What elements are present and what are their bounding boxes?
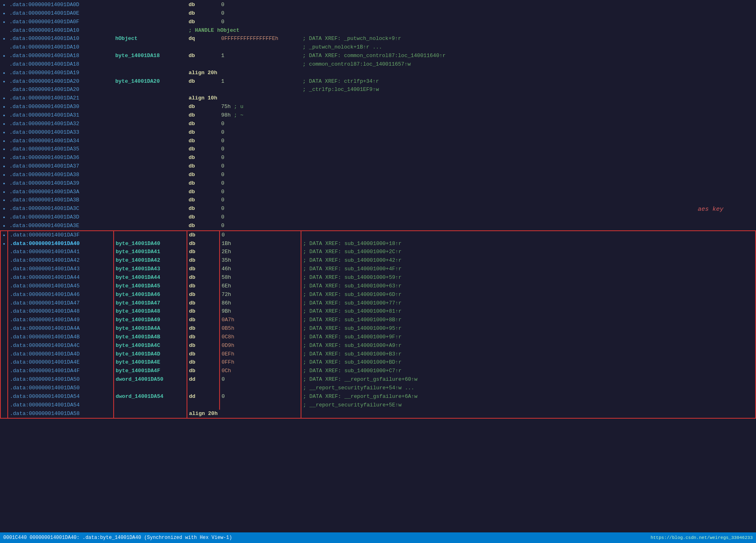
label-cell: hObject — [114, 35, 187, 43]
comment-cell — [301, 9, 756, 18]
mnemonic-cell: db — [187, 350, 220, 359]
label-cell — [114, 162, 187, 171]
mnemonic-cell: db — [187, 324, 220, 333]
mnemonic-cell — [187, 60, 220, 69]
mnemonic-cell: db — [187, 1, 220, 9]
label-cell — [114, 222, 187, 231]
label-cell: byte_14001DA20 — [114, 77, 187, 86]
label-cell: byte_14001DA47 — [114, 299, 187, 308]
address-cell: .data:000000014001DA33 — [8, 128, 114, 137]
breakpoint-dot: ● — [0, 120, 8, 128]
operand-cell: 0C8h — [220, 333, 301, 342]
comment-cell: ; DATA XREF: sub_140001000+9F↑r — [301, 333, 756, 342]
table-row: .data:000000014001DA58align 20h — [0, 410, 756, 419]
breakpoint-dot: ● — [0, 18, 8, 26]
table-row: .data:000000014001DA4Dbyte_14001DA4Ddb0E… — [0, 350, 756, 359]
address-cell: .data:000000014001DA48 — [8, 307, 114, 316]
disassembly-area[interactable]: ●.data:000000014001DA0Ddb0●.data:0000000… — [0, 0, 756, 532]
breakpoint-dot: ● — [0, 9, 8, 18]
mnemonic-cell: db — [187, 307, 220, 316]
operand-cell: 1 — [220, 52, 301, 60]
label-cell — [114, 171, 187, 179]
operand-cell: 0B5h — [220, 324, 301, 333]
mnemonic-cell — [187, 43, 220, 52]
operand-cell: 86h — [220, 299, 301, 308]
comment-cell: ; DATA XREF: common_control87:loc_140011… — [301, 52, 756, 60]
operand-cell: 0 — [220, 171, 301, 179]
label-cell: byte_14001DA41 — [114, 248, 187, 256]
operand-cell: 0 — [220, 154, 301, 162]
breakpoint-dot — [0, 256, 8, 265]
label-cell: byte_14001DA49 — [114, 316, 187, 324]
comment-cell — [301, 145, 756, 154]
table-row: .data:000000014001DA4Abyte_14001DA4Adb0B… — [0, 324, 756, 333]
address-cell: .data:000000014001DA47 — [8, 299, 114, 308]
address-cell: .data:000000014001DA40 — [8, 240, 114, 248]
label-cell: byte_14001DA48 — [114, 307, 187, 316]
mnemonic-cell: db — [187, 179, 220, 188]
mnemonic-cell: db — [187, 111, 220, 120]
mnemonic-cell: db — [187, 128, 220, 137]
label-cell — [114, 18, 187, 26]
table-row: ●.data:000000014001DA3Fdb0 — [0, 231, 756, 240]
address-cell: .data:000000014001DA31 — [8, 111, 114, 120]
breakpoint-dot — [0, 265, 8, 274]
address-cell: .data:000000014001DA3F — [8, 231, 114, 240]
table-row: ●.data:000000014001DA10hObjectdq0FFFFFFF… — [0, 35, 756, 43]
label-cell: byte_14001DA4B — [114, 333, 187, 342]
table-row: .data:000000014001DA49byte_14001DA49db0A… — [0, 316, 756, 324]
comment-cell: ; DATA XREF: sub_140001000+A9↑r — [301, 342, 756, 350]
breakpoint-dot — [0, 26, 8, 35]
mnemonic-cell: db — [187, 342, 220, 350]
breakpoint-dot: ● — [0, 171, 8, 179]
comment-cell — [301, 171, 756, 179]
address-cell: .data:000000014001DA4A — [8, 324, 114, 333]
breakpoint-dot: ● — [0, 222, 8, 231]
label-cell — [114, 128, 187, 137]
label-cell: byte_14001DA43 — [114, 265, 187, 274]
address-cell: .data:000000014001DA54 — [8, 393, 114, 401]
comment-cell — [301, 231, 756, 240]
label-cell — [114, 120, 187, 128]
address-cell: .data:000000014001DA10 — [8, 35, 114, 43]
address-cell: .data:000000014001DA4E — [8, 358, 114, 367]
table-row: ●.data:000000014001DA3Ddb0 — [0, 213, 756, 222]
address-cell: .data:000000014001DA18 — [8, 52, 114, 60]
breakpoint-dot: ● — [0, 111, 8, 120]
operand-cell: 46h — [220, 265, 301, 274]
comment-cell — [301, 222, 756, 231]
comment-cell — [301, 103, 756, 111]
comment-cell — [301, 120, 756, 128]
comment-cell: ; DATA XREF: sub_140001000+C7↑r — [301, 367, 756, 375]
mnemonic-cell: dq — [187, 35, 220, 43]
breakpoint-dot: ● — [0, 205, 8, 213]
breakpoint-dot — [0, 299, 8, 308]
operand-cell: 0 — [220, 137, 301, 146]
table-row: ●.data:000000014001DA3Cdb0 — [0, 205, 756, 213]
table-row: .data:000000014001DA48byte_14001DA48db9B… — [0, 307, 756, 316]
breakpoint-dot: ● — [0, 103, 8, 111]
table-row: .data:000000014001DA54dword_14001DA54dd0… — [0, 393, 756, 401]
breakpoint-dot — [0, 324, 8, 333]
breakpoint-dot: ● — [0, 94, 8, 103]
table-row: ●.data:000000014001DA0Edb0 — [0, 9, 756, 18]
operand-cell: 0 — [220, 18, 301, 26]
operand-cell: 0 — [220, 145, 301, 154]
operand-cell — [220, 86, 301, 94]
operand-cell: 1Bh — [220, 240, 301, 248]
operand-cell: 0A7h — [220, 316, 301, 324]
breakpoint-dot — [0, 43, 8, 52]
comment-cell — [301, 94, 756, 103]
mnemonic-cell: db — [187, 248, 220, 256]
status-bar: 0001C440 000000014001DA40: .data:byte_14… — [0, 532, 756, 543]
breakpoint-dot: ● — [0, 137, 8, 146]
comment-cell — [301, 128, 756, 137]
mnemonic-cell: db — [187, 358, 220, 367]
address-cell: .data:000000014001DA45 — [8, 282, 114, 291]
address-cell: .data:000000014001DA0E — [8, 9, 114, 18]
breakpoint-dot — [0, 60, 8, 69]
address-cell: .data:000000014001DA3C — [8, 205, 114, 213]
label-cell — [114, 231, 187, 240]
comment-cell: ; DATA XREF: sub_140001000+18↑r — [301, 240, 756, 248]
label-cell — [114, 188, 187, 196]
